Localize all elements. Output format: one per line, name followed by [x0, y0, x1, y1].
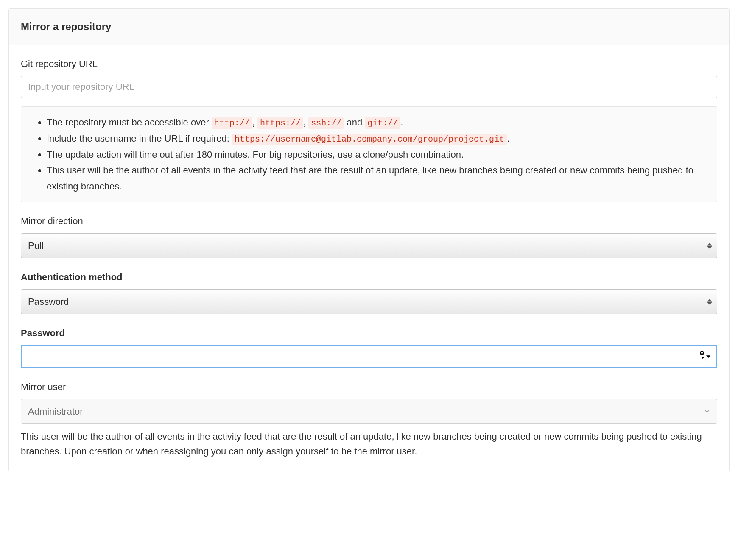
auth-method-group: Authentication method Password — [21, 270, 717, 314]
card-title: Mirror a repository — [21, 19, 717, 34]
mirror-user-label: Mirror user — [21, 380, 717, 394]
card-header: Mirror a repository — [9, 9, 729, 45]
code-ssh: ssh:// — [308, 117, 344, 129]
mirror-user-group: Mirror user Administrator This user will… — [21, 380, 717, 459]
auth-method-label: Authentication method — [21, 270, 717, 284]
mirror-repository-card: Mirror a repository Git repository URL T… — [8, 8, 730, 471]
code-url-example: https://username@gitlab.company.com/grou… — [232, 134, 507, 145]
code-git: git:// — [365, 117, 400, 129]
info-item-author: This user will be the author of all even… — [47, 162, 705, 194]
svg-point-1 — [702, 353, 703, 354]
mirror-direction-label: Mirror direction — [21, 214, 717, 228]
url-info-box: The repository must be accessible over h… — [21, 106, 717, 202]
auth-method-select[interactable]: Password — [21, 289, 717, 314]
info-list: The repository must be accessible over h… — [33, 114, 705, 194]
info-item-username: Include the username in the URL if requi… — [47, 131, 705, 147]
password-key-dropdown[interactable] — [699, 350, 710, 363]
mirror-user-help-text: This user will be the author of all even… — [21, 429, 717, 459]
password-wrapper — [21, 345, 717, 368]
repository-url-input[interactable] — [21, 76, 717, 98]
mirror-direction-select-wrapper: Pull — [21, 233, 717, 258]
key-icon — [699, 350, 705, 363]
password-input[interactable] — [21, 345, 717, 368]
mirror-direction-group: Mirror direction Pull — [21, 214, 717, 258]
code-http: http:// — [212, 117, 252, 129]
password-group: Password — [21, 326, 717, 368]
code-https: https:// — [257, 117, 303, 129]
mirror-direction-select[interactable]: Pull — [21, 233, 717, 258]
card-body: Git repository URL The repository must b… — [9, 45, 729, 471]
svg-rect-3 — [702, 357, 704, 358]
url-label: Git repository URL — [21, 57, 717, 71]
mirror-user-dropdown-wrapper: Administrator — [21, 399, 717, 424]
auth-method-select-wrapper: Password — [21, 289, 717, 314]
svg-rect-4 — [702, 358, 703, 359]
url-form-group: Git repository URL The repository must b… — [21, 57, 717, 202]
chevron-down-icon — [706, 355, 710, 358]
password-label: Password — [21, 326, 717, 340]
info-item-timeout: The update action will time out after 18… — [47, 147, 705, 162]
mirror-user-dropdown[interactable]: Administrator — [21, 399, 717, 424]
info-item-protocols: The repository must be accessible over h… — [47, 114, 705, 131]
